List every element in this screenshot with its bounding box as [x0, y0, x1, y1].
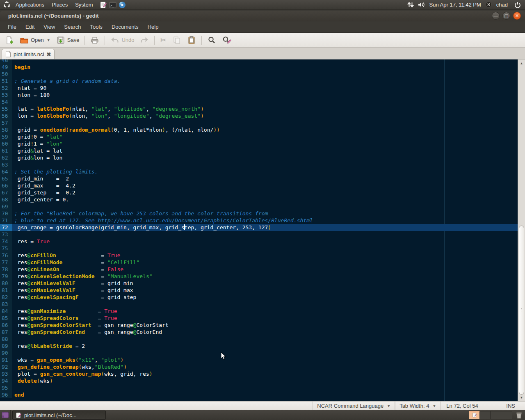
- power-icon[interactable]: [514, 2, 521, 8]
- open-button[interactable]: Open ▼: [17, 34, 53, 46]
- new-document-button[interactable]: [2, 34, 16, 46]
- panel-clock[interactable]: Sun Apr 17, 11:42 PM: [429, 2, 481, 8]
- code-line-96[interactable]: 96end: [0, 391, 518, 398]
- menu-view[interactable]: View: [39, 21, 59, 33]
- system-menu[interactable]: System: [71, 0, 96, 10]
- code-line-57[interactable]: 57: [0, 119, 518, 126]
- maximize-button[interactable]: ▢: [502, 12, 510, 20]
- applications-menu[interactable]: Applications: [12, 0, 48, 10]
- code-line-86[interactable]: 86 res@gsnSpreadColorStart = gsn_range@C…: [0, 322, 518, 329]
- code-line-62[interactable]: 62 grid&lon = lon: [0, 154, 518, 161]
- code-line-74[interactable]: 74 res = True: [0, 238, 518, 245]
- code-line-56[interactable]: 56 lon = lonGlobeFo(nlon, "lon", "longit…: [0, 112, 518, 119]
- code-line-52[interactable]: 52 nlat = 90: [0, 84, 518, 91]
- code-line-68[interactable]: 68 grid_center = 0.: [0, 196, 518, 203]
- code-line-64[interactable]: 64; Set the plotting limits.: [0, 168, 518, 175]
- code-line-85[interactable]: 85 res@gsnSpreadColors = True: [0, 315, 518, 322]
- scroll-down-icon[interactable]: ▼: [518, 394, 525, 401]
- code-line-48[interactable]: 48: [0, 59, 518, 64]
- code-line-73[interactable]: 73: [0, 231, 518, 238]
- code-line-49[interactable]: 49begin: [0, 64, 518, 71]
- code-line-65[interactable]: 65 grid_min = -2: [0, 175, 518, 182]
- tab-width-selector[interactable]: Tab Width: 4 ▼: [395, 402, 441, 411]
- workspace-1[interactable]: [469, 411, 480, 419]
- code-line-51[interactable]: 51; Generate a grid of random data.: [0, 78, 518, 84]
- workspace-4[interactable]: [501, 411, 512, 419]
- menu-edit[interactable]: Edit: [21, 21, 39, 33]
- code-line-53[interactable]: 53 nlon = 180: [0, 91, 518, 98]
- scrollbar-thumb[interactable]: [519, 226, 524, 395]
- code-line-70[interactable]: 70; For the "BlueRed" colormap, we have …: [0, 210, 518, 217]
- menu-search[interactable]: Search: [59, 21, 85, 33]
- code-editor[interactable]: 4849begin5051; Generate a grid of random…: [0, 59, 525, 401]
- code-line-55[interactable]: 55 lat = latGlobeFo(nlat, "lat", "latitu…: [0, 105, 518, 112]
- minimize-button[interactable]: —: [492, 12, 500, 20]
- menu-file[interactable]: File: [3, 21, 21, 33]
- save-button[interactable]: Save: [54, 34, 82, 46]
- workspace-2[interactable]: [480, 411, 491, 419]
- code-line-69[interactable]: 69: [0, 203, 518, 210]
- code-line-84[interactable]: 84 res@gsnMaximize = True: [0, 308, 518, 315]
- code-line-79[interactable]: 79 res@cnLevelSelectionMode = "ManualLev…: [0, 273, 518, 280]
- code-line-81[interactable]: 81 res@cnMaxLevelValF = grid_max: [0, 287, 518, 294]
- menu-tools[interactable]: Tools: [86, 21, 107, 33]
- scroll-up-icon[interactable]: ▲: [518, 60, 525, 66]
- code-line-67[interactable]: 67 grid_step = 0.2: [0, 189, 518, 196]
- close-button[interactable]: ✕: [513, 12, 521, 20]
- print-button[interactable]: [88, 34, 102, 46]
- gedit-launcher-icon[interactable]: [100, 1, 107, 9]
- paste-button[interactable]: [185, 34, 199, 46]
- code-line-77[interactable]: 77 res@cnFillMode = "CellFill": [0, 259, 518, 266]
- code-line-82[interactable]: 82 res@cnLevelSpacingF = grid_step: [0, 294, 518, 301]
- volume-icon[interactable]: [418, 2, 425, 8]
- code-line-60[interactable]: 60 grid!1 = "lon": [0, 140, 518, 147]
- find-button[interactable]: [205, 34, 219, 46]
- redo-button[interactable]: [137, 34, 151, 46]
- code-line-59[interactable]: 59 grid!0 = "lat": [0, 133, 518, 140]
- code-line-80[interactable]: 80 res@cnMinLevelValF = grid_min: [0, 280, 518, 287]
- menu-documents[interactable]: Documents: [107, 21, 143, 33]
- workspace-3[interactable]: [491, 411, 501, 419]
- show-desktop-button[interactable]: [0, 410, 11, 420]
- code-line-50[interactable]: 50: [0, 71, 518, 78]
- code-line-89[interactable]: 89 res@lbLabelStride = 2: [0, 342, 518, 349]
- browser-launcher-icon[interactable]: [119, 1, 126, 9]
- code-line-63[interactable]: 63: [0, 161, 518, 168]
- network-icon[interactable]: [407, 2, 414, 8]
- title-bar[interactable]: plot.limits.ncl (~/Documents) - gedit — …: [0, 11, 525, 21]
- presence-icon[interactable]: [485, 1, 492, 8]
- code-line-54[interactable]: 54: [0, 98, 518, 105]
- cut-button[interactable]: ✂: [158, 34, 169, 46]
- code-line-71[interactable]: 71; blue to red at 127. See http://www.n…: [0, 217, 518, 224]
- username-menu[interactable]: chad: [496, 2, 508, 8]
- code-line-75[interactable]: 75: [0, 245, 518, 252]
- vertical-scrollbar[interactable]: ▲ ▼: [518, 59, 525, 401]
- code-line-87[interactable]: 87 res@gsnSpreadColorEnd = gsn_range@Col…: [0, 329, 518, 336]
- undo-button[interactable]: Undo: [108, 34, 137, 46]
- code-line-72[interactable]: 72 gsn_range = gsnColorRange(grid_min, g…: [0, 224, 518, 231]
- places-menu[interactable]: Places: [48, 0, 71, 10]
- code-line-88[interactable]: 88: [0, 336, 518, 342]
- code-line-78[interactable]: 78 res@cnLinesOn = False: [0, 266, 518, 273]
- code-line-95[interactable]: 95: [0, 384, 518, 391]
- code-line-93[interactable]: 93 plot = gsn_csm_contour_map(wks, grid,…: [0, 370, 518, 377]
- language-selector[interactable]: NCAR Command Language ▼: [313, 402, 395, 411]
- trash-icon[interactable]: [516, 411, 523, 419]
- replace-button[interactable]: [219, 34, 234, 46]
- code-line-61[interactable]: 61 grid&lat = lat: [0, 147, 518, 154]
- copy-button[interactable]: [170, 34, 184, 46]
- code-line-83[interactable]: 83: [0, 301, 518, 308]
- code-line-94[interactable]: 94 delete(wks): [0, 377, 518, 384]
- open-dropdown-icon[interactable]: ▼: [47, 38, 50, 42]
- code-line-91[interactable]: 91 wks = gsn_open_wks("x11", "plot"): [0, 356, 518, 363]
- code-line-76[interactable]: 76 res@cnFillOn = True: [0, 252, 518, 259]
- ubuntu-logo-icon[interactable]: [3, 1, 10, 8]
- tab-plot-limits[interactable]: plot.limits.ncl ✖: [2, 49, 55, 59]
- tab-close-icon[interactable]: ✖: [46, 51, 51, 57]
- code-line-66[interactable]: 66 grid_max = 4.2: [0, 182, 518, 189]
- code-line-90[interactable]: 90: [0, 349, 518, 356]
- terminal-launcher-icon[interactable]: >_: [109, 1, 116, 9]
- code-line-58[interactable]: 58 grid = onedtond(random_normal(0, 1, n…: [0, 126, 518, 133]
- taskbar-item-gedit[interactable]: plot.limits.ncl (~/Doc...: [12, 411, 106, 420]
- menu-help[interactable]: Help: [143, 21, 163, 33]
